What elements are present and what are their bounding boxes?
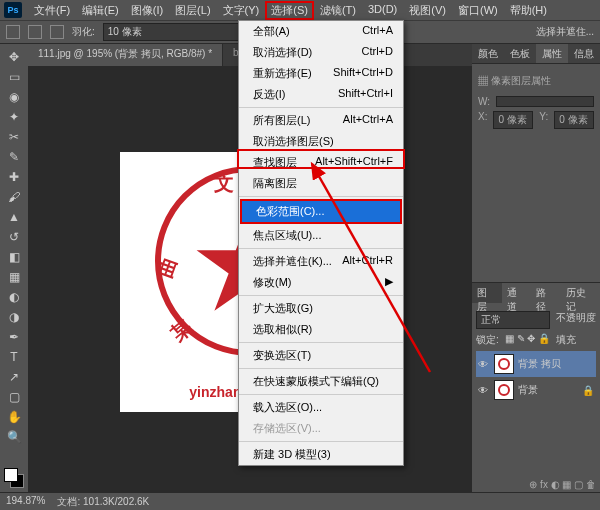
history-brush-icon[interactable]: ↺ — [3, 228, 25, 246]
panel-tab[interactable]: 色板 — [504, 44, 536, 63]
y-label: Y: — [539, 111, 548, 129]
menu-item[interactable]: 焦点区域(U)... — [239, 225, 403, 246]
crop-tool-icon[interactable]: ✂ — [3, 128, 25, 146]
layer-row[interactable]: 👁背景🔒 — [476, 377, 596, 403]
menu-item[interactable]: 重新选择(E)Shift+Ctrl+D — [239, 63, 403, 84]
panel-tab[interactable]: 颜色 — [472, 44, 504, 63]
x-label: X: — [478, 111, 487, 129]
menu-item[interactable]: 反选(I)Shift+Ctrl+I — [239, 84, 403, 105]
fill-label: 填充 — [556, 333, 576, 347]
heal-tool-icon[interactable]: ✚ — [3, 168, 25, 186]
menu-item[interactable]: 扩大选取(G) — [239, 298, 403, 319]
layer-thumb-icon — [494, 354, 514, 374]
eyedropper-tool-icon[interactable]: ✎ — [3, 148, 25, 166]
menu-4[interactable]: 文字(Y) — [217, 1, 266, 20]
wand-tool-icon[interactable]: ✦ — [3, 108, 25, 126]
menu-item[interactable]: 取消选择图层(S) — [239, 131, 403, 152]
type-tool-icon[interactable]: T — [3, 348, 25, 366]
y-input[interactable]: 0 像素 — [554, 111, 594, 129]
panel-tab[interactable]: 属性 — [536, 44, 568, 63]
menu-6[interactable]: 滤镜(T) — [314, 1, 362, 20]
layer-thumb-icon — [494, 380, 514, 400]
zoom-level[interactable]: 194.87% — [6, 495, 45, 508]
menu-10[interactable]: 帮助(H) — [504, 1, 553, 20]
menu-item[interactable]: 修改(M)▶ — [239, 272, 403, 293]
marquee-mode-icon[interactable] — [50, 25, 64, 39]
marquee-tool-icon[interactable]: ▭ — [3, 68, 25, 86]
menu-item: 存储选区(V)... — [239, 418, 403, 439]
select-and-mask-button[interactable]: 选择并遮住... — [536, 25, 594, 39]
eraser-tool-icon[interactable]: ◧ — [3, 248, 25, 266]
lasso-tool-icon[interactable]: ◉ — [3, 88, 25, 106]
doc-size: 文档: 101.3K/202.6K — [57, 495, 149, 508]
hand-tool-icon[interactable]: ✋ — [3, 408, 25, 426]
layer-tab[interactable]: 图层 — [472, 283, 502, 303]
menu-9[interactable]: 窗口(W) — [452, 1, 504, 20]
layer-name: 背景 拷贝 — [518, 357, 561, 371]
marquee-icon[interactable] — [28, 25, 42, 39]
menu-item[interactable]: 隔离图层 — [239, 173, 403, 194]
pen-tool-icon[interactable]: ✒ — [3, 328, 25, 346]
blur-tool-icon[interactable]: ◐ — [3, 288, 25, 306]
menu-0[interactable]: 文件(F) — [28, 1, 76, 20]
zoom-tool-icon[interactable]: 🔍 — [3, 428, 25, 446]
stamp-tool-icon[interactable]: ▲ — [3, 208, 25, 226]
app-logo-icon: Ps — [4, 2, 22, 18]
menu-item[interactable]: 取消选择(D)Ctrl+D — [239, 42, 403, 63]
menu-item[interactable]: 在快速蒙版模式下编辑(Q) — [239, 371, 403, 392]
layer-tab[interactable]: 路径 — [531, 283, 561, 303]
x-input[interactable]: 0 像素 — [493, 111, 533, 129]
menu-item[interactable]: 选择并遮住(K)...Alt+Ctrl+R — [239, 251, 403, 272]
layer-name: 背景 — [518, 383, 538, 397]
path-tool-icon[interactable]: ↗ — [3, 368, 25, 386]
menu-item[interactable]: 全部(A)Ctrl+A — [239, 21, 403, 42]
menu-bar: Ps 文件(F)编辑(E)图像(I)图层(L)文字(Y)选择(S)滤镜(T)3D… — [0, 0, 600, 20]
menu-item[interactable]: 新建 3D 模型(3) — [239, 444, 403, 465]
visibility-icon[interactable]: 👁 — [478, 385, 490, 396]
blend-mode[interactable]: 正常 — [476, 311, 550, 329]
layer-footer-icons[interactable]: ⊕ fx ◐ ▦ ▢ 🗑 — [529, 479, 596, 490]
select-menu-dropdown: 全部(A)Ctrl+A取消选择(D)Ctrl+D重新选择(E)Shift+Ctr… — [238, 20, 404, 466]
panel-tab[interactable]: 信息 — [568, 44, 600, 63]
shape-tool-icon[interactable]: ▢ — [3, 388, 25, 406]
layer-tab[interactable]: 通道 — [502, 283, 532, 303]
menu-item[interactable]: 所有图层(L)Alt+Ctrl+A — [239, 110, 403, 131]
menu-item[interactable]: 查找图层Alt+Shift+Ctrl+F — [239, 152, 403, 173]
opacity-label: 不透明度 — [556, 311, 596, 329]
fg-color-icon[interactable] — [4, 468, 18, 482]
move-tool-icon[interactable]: ✥ — [3, 48, 25, 66]
status-bar: 194.87% 文档: 101.3K/202.6K — [0, 492, 600, 510]
gradient-tool-icon[interactable]: ▦ — [3, 268, 25, 286]
w-input[interactable] — [496, 96, 594, 107]
menu-5[interactable]: 选择(S) — [265, 1, 314, 20]
color-swatches[interactable] — [4, 468, 24, 488]
menu-item[interactable]: 选取相似(R) — [239, 319, 403, 340]
layers-panel: 图层通道路径历史记 正常 不透明度 锁定: ▦ ✎ ✥ 🔒 填充 👁背景 拷贝👁… — [472, 282, 600, 492]
menu-7[interactable]: 3D(D) — [362, 1, 403, 20]
tool-preset-icon[interactable] — [6, 25, 20, 39]
doc-tab-active[interactable]: 111.jpg @ 195% (背景 拷贝, RGB/8#) * — [28, 44, 223, 66]
layer-tab[interactable]: 历史记 — [561, 283, 600, 303]
brush-tool-icon[interactable]: 🖌 — [3, 188, 25, 206]
menu-8[interactable]: 视图(V) — [403, 1, 452, 20]
feather-label: 羽化: — [72, 25, 95, 39]
menu-2[interactable]: 图像(I) — [125, 1, 169, 20]
menu-1[interactable]: 编辑(E) — [76, 1, 125, 20]
visibility-icon[interactable]: 👁 — [478, 359, 490, 370]
layer-row[interactable]: 👁背景 拷贝 — [476, 351, 596, 377]
tools-panel: ✥ ▭ ◉ ✦ ✂ ✎ ✚ 🖌 ▲ ↺ ◧ ▦ ◐ ◑ ✒ T ↗ ▢ ✋ 🔍 — [0, 44, 28, 474]
w-label: W: — [478, 96, 490, 107]
menu-3[interactable]: 图层(L) — [169, 1, 216, 20]
prop-title: 像素图层属性 — [491, 75, 551, 86]
menu-item[interactable]: 载入选区(O)... — [239, 397, 403, 418]
menu-item[interactable]: 色彩范围(C)... — [242, 201, 400, 222]
dodge-tool-icon[interactable]: ◑ — [3, 308, 25, 326]
lock-label: 锁定: — [476, 333, 499, 347]
right-panels: 颜色色板属性信息 ▦ 像素图层属性 W: X:0 像素 Y:0 像素 图层通道路… — [472, 44, 600, 492]
menu-item[interactable]: 变换选区(T) — [239, 345, 403, 366]
